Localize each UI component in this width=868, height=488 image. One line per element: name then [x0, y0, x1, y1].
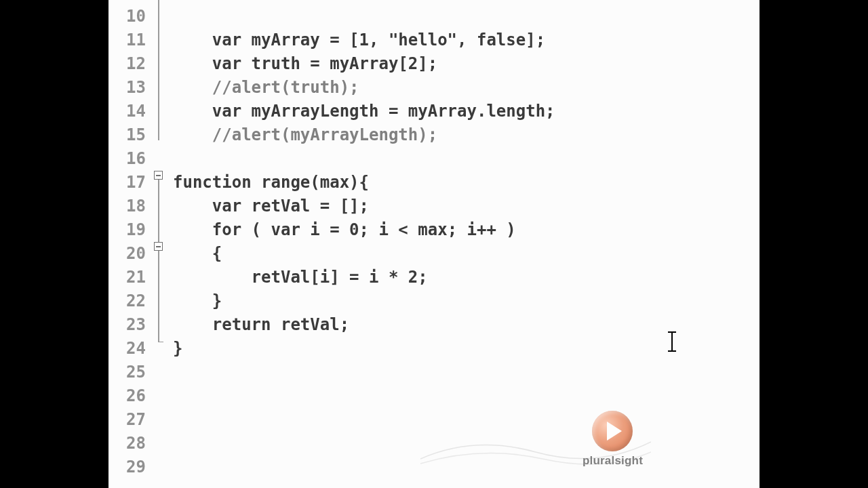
editor-viewport: 1011 var myArray = [1, "hello", false];1… — [108, 0, 760, 488]
line-number: 21 — [108, 266, 153, 289]
fold-gutter — [153, 330, 173, 354]
line-number: 14 — [108, 100, 153, 123]
fold-gutter — [153, 117, 173, 140]
fold-gutter — [153, 0, 173, 22]
fold-gutter — [153, 283, 173, 306]
code-line[interactable]: 11 var myArray = [1, "hello", false]; — [108, 22, 760, 45]
line-number: 17 — [108, 171, 153, 195]
text-cursor-icon — [671, 331, 673, 352]
code-content[interactable]: var myArray = [1, "hello", false]; — [173, 28, 545, 52]
code-content[interactable]: var truth = myArray[2]; — [173, 52, 437, 76]
code-content[interactable]: retVal[i] = i * 2; — [173, 266, 428, 289]
line-number: 24 — [108, 337, 153, 361]
line-number: 12 — [108, 52, 153, 76]
fold-gutter — [153, 401, 173, 425]
code-line[interactable]: 26 — [108, 378, 760, 401]
code-content[interactable]: //alert(myArrayLength); — [173, 123, 437, 147]
fold-gutter — [153, 69, 173, 93]
fold-gutter — [153, 22, 173, 45]
code-line[interactable]: 10 — [108, 0, 760, 22]
fold-gutter — [153, 306, 173, 330]
code-content[interactable]: function range(max){ — [173, 171, 369, 195]
code-content[interactable]: var myArrayLength = myArray.length; — [173, 100, 555, 123]
line-number: 22 — [108, 289, 153, 313]
fold-gutter — [153, 425, 173, 449]
fold-gutter — [153, 354, 173, 378]
fold-gutter — [153, 449, 173, 472]
line-number: 19 — [108, 218, 153, 242]
code-content[interactable]: //alert(truth); — [173, 76, 359, 100]
fold-gutter — [153, 259, 173, 283]
code-line[interactable]: 29 — [108, 449, 760, 472]
fold-gutter — [153, 93, 173, 117]
line-number: 10 — [108, 5, 153, 28]
code-line[interactable]: 28 — [108, 425, 760, 449]
line-number: 13 — [108, 76, 153, 100]
code-line[interactable]: 24} — [108, 330, 760, 354]
line-number: 20 — [108, 242, 153, 266]
code-line[interactable]: 25 — [108, 354, 760, 378]
fold-toggle-icon[interactable] — [154, 242, 163, 251]
fold-toggle-icon[interactable] — [154, 171, 163, 180]
line-number: 11 — [108, 28, 153, 52]
code-content[interactable]: } — [173, 289, 222, 313]
code-content[interactable]: { — [173, 242, 222, 266]
code-content[interactable]: } — [173, 337, 182, 361]
line-number: 15 — [108, 123, 153, 147]
code-editor[interactable]: 1011 var myArray = [1, "hello", false];1… — [108, 0, 760, 486]
fold-gutter[interactable] — [153, 235, 173, 259]
fold-gutter — [153, 45, 173, 69]
line-number: 16 — [108, 147, 153, 171]
fold-gutter — [153, 211, 173, 235]
fold-gutter[interactable] — [153, 164, 173, 188]
line-number: 25 — [108, 361, 153, 384]
code-line[interactable]: 27 — [108, 401, 760, 425]
line-number: 27 — [108, 408, 153, 432]
fold-gutter — [153, 378, 173, 401]
code-content[interactable]: for ( var i = 0; i < max; i++ ) — [173, 218, 516, 242]
code-content[interactable]: var retVal = []; — [173, 195, 369, 218]
line-number: 26 — [108, 384, 153, 408]
line-number: 28 — [108, 432, 153, 455]
fold-gutter — [153, 140, 173, 164]
line-number: 29 — [108, 455, 153, 479]
fold-gutter — [153, 188, 173, 211]
code-line[interactable]: 17function range(max){ — [108, 164, 760, 188]
line-number: 18 — [108, 195, 153, 218]
